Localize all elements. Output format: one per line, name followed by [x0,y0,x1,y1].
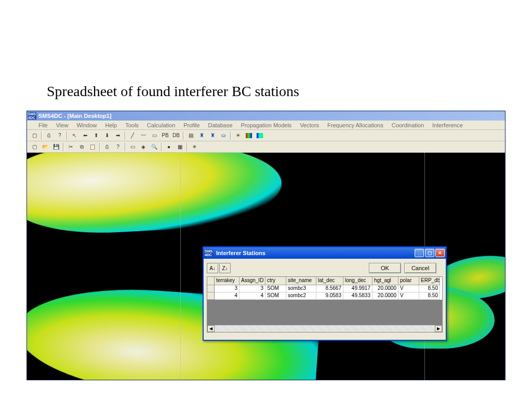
col-site-name[interactable]: site_name [286,277,316,285]
sort-asc-button[interactable]: A↓ [207,263,218,273]
new-icon[interactable]: ▢ [29,131,39,140]
col-terrakey[interactable]: terrakey [215,277,240,285]
table-row[interactable]: 4 4 SOM sombc2 9.0583 49.5833 20.0000 V … [207,292,442,300]
separator [125,143,126,151]
toolbar-2: ▢ 📂 💾 ✂ ⧉ 📋 ⎙ ? ▭ ◈ 🔍 ● ▦ ☀ [27,141,505,153]
row-header[interactable] [207,292,215,300]
interferer-stations-dialog: SMS 4DC Interferer Stations _ ▢ ✕ A↓ Z↓ … [203,246,447,341]
zoom-icon[interactable]: 🔍 [149,142,159,152]
col-ctry[interactable]: ctry [265,277,286,285]
menu-file[interactable]: File [36,122,50,129]
cell-polar[interactable]: V [398,285,419,292]
stations-grid[interactable]: terrakey Assgn_ID ctry site_name lat_dec… [207,276,443,332]
cell-erp[interactable]: 8.50 [419,285,440,292]
main-app-window: SMS 4DC SMS4DC - [Main Desktop1] File Vi… [26,111,506,380]
cell-lat[interactable]: 9.0583 [316,292,343,300]
cell-terrakey[interactable]: 3 [215,285,240,292]
cell-long[interactable]: 49.5833 [343,292,373,300]
horizontal-scrollbar[interactable]: ◀ ▶ [207,325,442,332]
flag-icon[interactable]: ◈ [138,142,149,152]
sun2-icon[interactable]: ☀ [189,142,200,152]
pb-icon[interactable]: PB [160,131,170,140]
col-assgn-id[interactable]: Assgn_ID [240,277,265,285]
separator [187,143,188,151]
menu-coordination[interactable]: Coordination [390,122,426,129]
rect-icon[interactable]: ▭ [149,131,159,140]
db-icon[interactable]: DB [171,131,181,140]
palette1-icon[interactable] [244,131,254,140]
dialog-title: Interferer Stations [215,250,414,256]
copy-icon[interactable]: ⧉ [76,142,87,152]
cell-site[interactable]: sombc2 [286,292,316,300]
menu-view[interactable]: View [54,122,71,129]
save-icon[interactable]: 💾 [51,142,61,152]
arrow-left-icon[interactable]: ⬅ [80,131,90,140]
help-icon[interactable]: ? [55,131,65,140]
menu-propagation-models[interactable]: Propagation Models [239,122,294,129]
cut-icon[interactable]: ✂ [65,142,76,152]
antenna1-icon[interactable]: ♜ [196,131,207,140]
scroll-right-icon[interactable]: ▶ [435,325,442,332]
scroll-left-icon[interactable]: ◀ [207,325,215,332]
cell-terrakey[interactable]: 4 [215,292,240,300]
menu-database[interactable]: Database [206,122,234,129]
arrow-down-icon[interactable]: ⬇ [102,131,112,140]
menu-help[interactable]: Help [103,122,119,129]
terrain-region [27,153,284,237]
palette2-icon[interactable] [255,131,265,140]
open-icon[interactable]: 📂 [40,142,50,152]
cell-polar[interactable]: V [398,292,419,300]
cell-long[interactable]: 49.9917 [343,285,373,292]
cell-assgn[interactable]: 4 [240,292,265,300]
maximize-button[interactable]: ▢ [425,249,434,257]
help2-icon[interactable]: ? [113,142,123,152]
cell-erp[interactable]: 8.50 [419,292,440,300]
minimize-button[interactable]: _ [415,249,424,257]
cell-hgt[interactable]: 20.0000 [373,285,398,292]
col-long-dec[interactable]: long_dec [343,277,373,285]
poly-icon[interactable]: 〰 [138,131,149,140]
new2-icon[interactable]: ▢ [29,142,39,152]
cell-ctry[interactable]: SOM [265,292,286,300]
menu-tools[interactable]: Tools [123,122,141,129]
sun-icon[interactable]: ☀ [233,131,243,140]
tower-icon[interactable]: ⛀ [218,131,229,140]
close-button[interactable]: ✕ [435,249,445,257]
cell-hgt[interactable]: 20.0000 [373,292,398,300]
cancel-button[interactable]: Cancel [404,263,436,273]
cell-assgn[interactable]: 3 [240,285,265,292]
arrow-up-icon[interactable]: ⬆ [91,131,101,140]
menu-window[interactable]: Window [74,122,99,129]
menu-vectors[interactable]: Vectors [298,122,321,129]
line-icon[interactable]: ╱ [127,131,138,140]
map-canvas[interactable]: SMS 4DC Interferer Stations _ ▢ ✕ A↓ Z↓ … [27,153,505,380]
sort-desc-button[interactable]: Z↓ [219,263,231,273]
table-row[interactable]: 3 3 SOM sombc3 8.5667 49.9917 20.0000 V … [207,285,442,292]
circle-icon[interactable]: ● [164,142,174,152]
grid-icon[interactable]: ▦ [175,142,185,152]
arrow-right-icon[interactable]: ➡ [113,131,123,140]
menu-calculation[interactable]: Calculation [145,122,177,129]
cell-lat[interactable]: 8.5667 [316,285,343,292]
col-polar[interactable]: polar [398,277,419,285]
print2-icon[interactable]: ⎙ [102,142,112,152]
antenna2-icon[interactable]: ♜ [207,131,218,140]
rect2-icon[interactable]: ▭ [127,142,138,152]
paste-icon[interactable]: 📋 [87,142,98,152]
cell-ctry[interactable]: SOM [265,285,286,292]
card-icon[interactable]: ▤ [185,131,196,140]
print-icon[interactable]: ⎙ [44,131,54,140]
menu-frequency-allocations[interactable]: Frequency Allocations [325,122,385,129]
ok-button[interactable]: OK [369,263,401,273]
dialog-titlebar[interactable]: SMS 4DC Interferer Stations _ ▢ ✕ [204,247,446,259]
col-hgt-agl[interactable]: hgt_agl [373,277,398,285]
scroll-track[interactable] [215,325,435,332]
col-erp-dbw[interactable]: ERP_dbw [419,277,440,285]
pointer-icon[interactable]: ↖ [69,131,79,140]
separator [66,131,68,140]
menu-profile[interactable]: Profile [181,122,202,129]
menu-interference[interactable]: Interference [430,122,465,129]
row-header[interactable] [207,285,215,292]
col-lat-dec[interactable]: lat_dec [316,277,343,285]
cell-site[interactable]: sombc3 [286,285,316,292]
